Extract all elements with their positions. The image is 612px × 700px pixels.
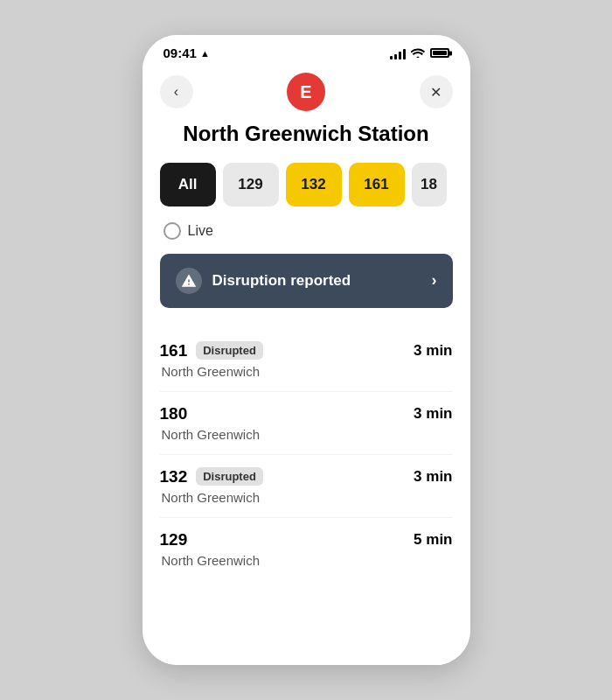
bus-number: 129 <box>160 530 188 550</box>
bus-destination: North Greenwich <box>160 427 453 442</box>
list-item: 161 Disrupted 3 min North Greenwich <box>160 329 453 392</box>
avatar-button[interactable]: E <box>287 73 325 111</box>
route-filter-row: All 129 132 161 18 <box>160 163 453 206</box>
signal-icon <box>390 47 406 60</box>
bus-row-top: 161 Disrupted 3 min <box>160 341 453 360</box>
bus-time: 3 min <box>414 405 452 423</box>
station-title: North Greenwich Station <box>160 122 453 147</box>
filter-all-label: All <box>178 176 198 193</box>
bus-number: 161 <box>160 341 188 360</box>
bus-destination: North Greenwich <box>160 364 453 379</box>
filter-129-label: 129 <box>238 176 262 193</box>
content-area: North Greenwich Station All 129 132 161 … <box>143 122 470 665</box>
disruption-banner[interactable]: Disruption reported › <box>160 254 453 308</box>
bus-time: 3 min <box>414 342 452 360</box>
filter-161-label: 161 <box>364 176 388 193</box>
list-item: 129 5 min North Greenwich <box>160 518 453 580</box>
battery-icon <box>430 48 449 58</box>
filter-129[interactable]: 129 <box>223 163 279 206</box>
bus-row-top: 129 5 min <box>160 530 453 550</box>
filter-132[interactable]: 132 <box>286 163 342 206</box>
live-circle-icon <box>163 222 181 240</box>
bus-row-top: 180 3 min <box>160 404 453 424</box>
close-button[interactable]: ✕ <box>420 75 453 108</box>
filter-all[interactable]: All <box>160 163 216 206</box>
status-time: 09:41 ▲ <box>163 46 210 60</box>
bus-time: 3 min <box>414 468 452 486</box>
back-icon: ‹ <box>174 84 178 100</box>
bus-left: 180 <box>160 404 188 424</box>
bus-number: 180 <box>160 404 188 424</box>
status-bar: 09:41 ▲ <box>143 35 470 66</box>
bus-list: 161 Disrupted 3 min North Greenwich 180 … <box>160 329 453 580</box>
list-item: 132 Disrupted 3 min North Greenwich <box>160 455 453 518</box>
back-button[interactable]: ‹ <box>160 75 193 108</box>
live-row: Live <box>160 222 453 240</box>
bus-destination: North Greenwich <box>160 490 453 505</box>
status-icons <box>390 46 449 60</box>
live-label: Live <box>188 223 213 239</box>
bus-row-top: 132 Disrupted 3 min <box>160 467 453 486</box>
nav-bar: ‹ E ✕ <box>143 66 470 122</box>
disruption-left: Disruption reported <box>176 268 351 294</box>
bus-number: 132 <box>160 467 188 486</box>
location-arrow-icon: ▲ <box>200 48 210 59</box>
list-item: 180 3 min North Greenwich <box>160 392 453 455</box>
avatar-label: E <box>300 82 311 102</box>
phone-frame: 09:41 ▲ ‹ E <box>143 35 470 665</box>
bus-left: 129 <box>160 530 188 550</box>
filter-18-label: 18 <box>421 176 437 193</box>
bus-left: 161 Disrupted <box>160 341 263 360</box>
filter-132-label: 132 <box>301 176 325 193</box>
filter-161[interactable]: 161 <box>349 163 405 206</box>
close-icon: ✕ <box>430 84 442 101</box>
warning-icon <box>176 268 202 294</box>
chevron-right-icon: › <box>432 271 437 290</box>
bus-time: 5 min <box>414 531 452 549</box>
bus-destination: North Greenwich <box>160 553 453 568</box>
disrupted-badge: Disrupted <box>196 341 263 360</box>
disruption-text: Disruption reported <box>212 272 351 290</box>
disrupted-badge: Disrupted <box>196 467 263 486</box>
bus-left: 132 Disrupted <box>160 467 263 486</box>
time-text: 09:41 <box>163 46 197 60</box>
wifi-icon <box>411 46 425 60</box>
filter-18[interactable]: 18 <box>412 163 447 206</box>
